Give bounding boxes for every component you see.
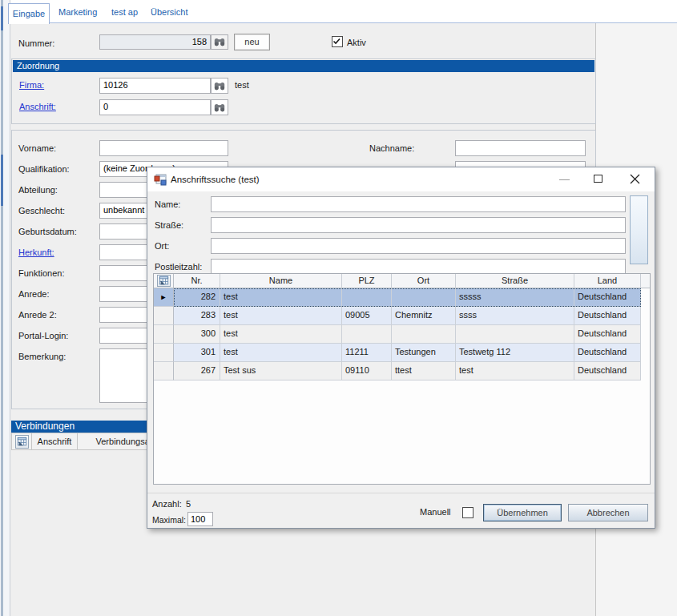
verbindungen-corner-button[interactable]: [11, 433, 32, 450]
dock-accent-2: [1, 155, 3, 206]
aktiv-label: Aktiv: [347, 38, 366, 47]
col-header-plz[interactable]: PLZ: [342, 274, 392, 288]
firma-field[interactable]: 10126: [99, 78, 211, 94]
cell-land[interactable]: Deutschland: [574, 307, 641, 325]
cell-nr[interactable]: 282: [174, 288, 220, 307]
cell-land[interactable]: Deutschland: [574, 362, 641, 380]
cell-plz[interactable]: 11211: [342, 344, 392, 362]
col-header-ort[interactable]: Ort: [392, 274, 456, 288]
cell-ort[interactable]: ttest: [392, 362, 456, 380]
cell-name[interactable]: test: [220, 325, 342, 344]
row-header[interactable]: ►: [154, 288, 174, 307]
row-header[interactable]: [154, 307, 174, 325]
manuell-checkbox[interactable]: [462, 507, 473, 518]
cell-name[interactable]: test: [220, 288, 342, 307]
nummer-field: 158: [99, 34, 211, 50]
aktiv-checkbox[interactable]: [332, 36, 343, 47]
cell-land[interactable]: Deutschland: [574, 325, 641, 344]
anschrift-search-button[interactable]: [211, 99, 228, 115]
nummer-label: Nummer:: [18, 38, 54, 48]
cell-plz[interactable]: 09005: [342, 307, 392, 325]
ort-field[interactable]: [211, 238, 626, 254]
check-icon: [332, 37, 341, 46]
nachname-field[interactable]: [455, 140, 586, 156]
filter-scrollbar[interactable]: [630, 195, 648, 264]
minimize-button[interactable]: [554, 167, 578, 191]
cell-strasse[interactable]: [456, 325, 574, 344]
neu-button[interactable]: neu: [234, 34, 270, 50]
vorname-label: Vorname:: [18, 143, 56, 153]
anschrift-link[interactable]: Anschrift:: [19, 102, 56, 111]
table-row[interactable]: 301 test 11211 Testungen Testwetg 112 De…: [154, 344, 641, 362]
close-icon: [630, 174, 640, 184]
cell-name[interactable]: Test sus: [220, 362, 342, 380]
col-header-nr[interactable]: Nr.: [174, 274, 220, 288]
funktionen-label: Funktionen:: [18, 268, 64, 278]
bemerkung-label: Bemerkung:: [18, 352, 66, 361]
nummer-search-button[interactable]: [211, 34, 228, 50]
cell-ort[interactable]: Testungen: [392, 344, 456, 362]
cell-strasse[interactable]: sssss: [456, 288, 574, 307]
cell-ort[interactable]: [392, 288, 456, 307]
cell-strasse[interactable]: Testwetg 112: [456, 344, 574, 362]
footer-separator: [147, 493, 655, 493]
col-header-filler: [641, 274, 650, 288]
cell-strasse[interactable]: test: [456, 362, 574, 380]
qualifikation-label: Qualifikation:: [18, 164, 70, 174]
dialog-title: Anschriftssuche (test): [171, 167, 260, 191]
cell-nr[interactable]: 283: [174, 307, 220, 325]
cell-ort[interactable]: Chemnitz: [392, 307, 456, 325]
anzahl-value: 5: [186, 499, 191, 509]
cell-name[interactable]: test: [220, 307, 342, 325]
cell-nr[interactable]: 301: [174, 344, 220, 362]
maximal-field[interactable]: 100: [187, 512, 213, 526]
uebernehmen-button[interactable]: Übernehmen: [483, 504, 562, 521]
anrede-label: Anrede:: [18, 289, 50, 299]
table-row[interactable]: ► 282 test sssss Deutschland: [154, 288, 641, 307]
cell-ort[interactable]: [392, 325, 456, 344]
anrede2-label: Anrede 2:: [18, 310, 57, 320]
herkunft-link[interactable]: Herkunft:: [18, 248, 54, 257]
postleitzahl-field[interactable]: [211, 259, 626, 275]
cell-land[interactable]: Deutschland: [574, 344, 641, 362]
maximize-button[interactable]: [586, 167, 611, 191]
tab-test-ap[interactable]: test ap: [111, 7, 138, 17]
cell-plz[interactable]: 09110: [342, 362, 392, 380]
row-header[interactable]: [154, 344, 174, 362]
close-button[interactable]: [622, 167, 649, 191]
strasse-field[interactable]: [211, 217, 626, 233]
col-header-land[interactable]: Land: [574, 274, 641, 288]
vorname-field[interactable]: [99, 140, 228, 156]
cell-land[interactable]: Deutschland: [574, 288, 641, 307]
name-label: Name:: [155, 199, 180, 209]
tab-marketing[interactable]: Marketing: [58, 7, 97, 17]
anschrift-field[interactable]: 0: [99, 99, 211, 115]
address-results-grid: Nr. Name PLZ Ort Straße Land ► 282 test …: [153, 273, 651, 485]
cell-plz[interactable]: [342, 288, 392, 307]
column-chooser-icon: [17, 437, 27, 447]
maximal-label: Maximal:: [152, 515, 186, 525]
tab-eingabe[interactable]: Eingabe: [8, 3, 50, 24]
table-row[interactable]: 267 Test sus 09110 ttest test Deutschlan…: [154, 362, 641, 380]
column-chooser-button[interactable]: [154, 274, 174, 288]
tab-uebersicht[interactable]: Übersicht: [151, 7, 187, 17]
row-header[interactable]: [154, 325, 174, 344]
col-header-strasse[interactable]: Straße: [456, 274, 574, 288]
cell-nr[interactable]: 300: [174, 325, 220, 344]
firma-search-button[interactable]: [211, 78, 228, 94]
cell-nr[interactable]: 267: [174, 362, 220, 380]
verbindungen-col-anschrift[interactable]: Anschrift: [32, 433, 78, 450]
postleitzahl-label: Postleitzahl:: [155, 262, 202, 272]
row-header[interactable]: [154, 362, 174, 380]
table-row[interactable]: 300 test Deutschland: [154, 325, 641, 344]
firma-link[interactable]: Firma:: [19, 80, 44, 90]
cell-plz[interactable]: [342, 325, 392, 344]
firma-note: test: [235, 80, 249, 90]
abbrechen-button[interactable]: Abbrechen: [568, 504, 648, 521]
cell-name[interactable]: test: [220, 344, 342, 362]
col-header-name[interactable]: Name: [220, 274, 342, 288]
name-field[interactable]: [211, 196, 626, 212]
table-row[interactable]: 283 test 09005 Chemnitz ssss Deutschland: [154, 307, 641, 325]
dialog-titlebar[interactable]: Anschriftssuche (test): [147, 167, 655, 191]
cell-strasse[interactable]: ssss: [456, 307, 574, 325]
